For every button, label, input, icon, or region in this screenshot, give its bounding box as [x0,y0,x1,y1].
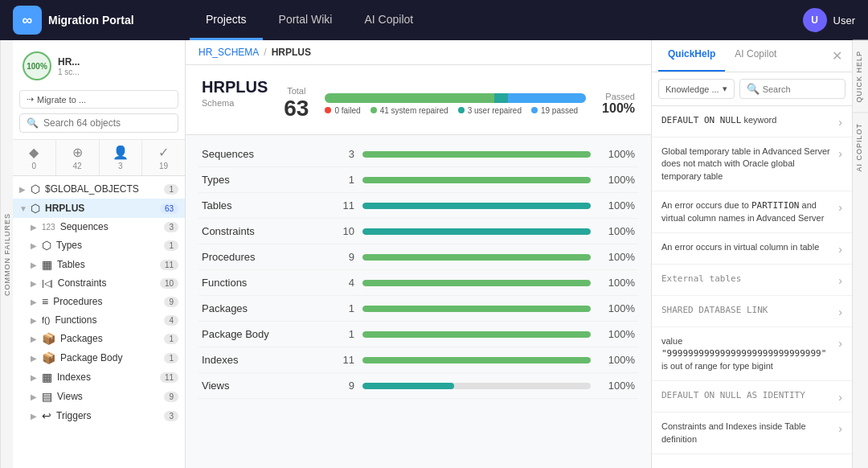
right-tab-aicopilot[interactable]: AI Copilot [725,40,786,72]
chevron-icon: ▶ [31,373,39,382]
hrplus-badge: 63 [160,203,178,214]
tree-item-packages[interactable]: ▶ 📦 Packages 1 [13,329,185,348]
breadcrumb-schema[interactable]: HR_SCHEMA [199,47,259,58]
knowledge-item[interactable]: value "99999999999999999999999999999" is… [652,327,852,381]
chevron-right-icon: › [838,201,842,214]
ai-copilot-vert-label[interactable]: AI Copilot [853,113,868,182]
quick-help-vert-label[interactable]: Quick Help [853,40,868,113]
tree-item-indexes[interactable]: ▶ ▦ Indexes 11 [13,367,185,387]
nav-tab-portal-wiki[interactable]: Portal Wiki [263,0,349,40]
knowledge-item[interactable]: DEFAULT ON NULL keyword › [652,106,852,138]
tab-icon-0: ◆ [29,145,39,160]
object-progress-fill [362,203,591,209]
tree-section: ▶ ⬡ $GLOBAL_OBJECTS 1 ▼ ⬡ HRPLUS 63 ▶ 12… [13,176,185,468]
tree-item-hrplus[interactable]: ▼ ⬡ HRPLUS 63 [13,199,185,218]
schema-header: HRPLUS Schema Total 63 [186,65,651,135]
knowledge-item[interactable]: DEFAULT ON NULL AS IDENTITY › [652,381,852,413]
tree-item-procedures[interactable]: ▶ ≡ Procedures 9 [13,292,185,311]
object-progress-fill [362,177,591,183]
triggers-badge: 3 [164,411,178,421]
object-row[interactable]: Packages 1 100% [199,296,638,322]
object-progress-fill [362,151,591,158]
object-row[interactable]: Indexes 11 100% [199,347,638,373]
schema-name: HRPLUS [202,78,268,96]
search-box: 🔍 [19,113,178,133]
chevron-icon: ▶ [31,335,39,343]
tree-item-tables[interactable]: ▶ ▦ Tables 11 [13,255,185,274]
breadcrumb: HR_SCHEMA / HRPLUS [186,40,651,65]
project-sub: 1 sc... [58,68,175,76]
object-count: 11 [330,199,354,211]
left-sidebar: 100% HR... 1 sc... ⇢ Migrate to ... 🔍 [13,40,186,468]
migrate-button[interactable]: ⇢ Migrate to ... [19,90,178,109]
nav-tab-projects[interactable]: Projects [190,0,263,40]
tree-item-triggers[interactable]: ▶ ↩ Triggers 3 [13,406,185,425]
tables-label: Tables [57,259,157,270]
common-failures-label[interactable]: COMMON FAILURES [0,40,13,468]
object-count: 10 [330,225,354,237]
object-row[interactable]: Package Body 1 100% [199,322,638,347]
legend-system-repaired-label: 41 system repaired [380,106,448,115]
knowledge-item-text: DEFAULT ON NULL keyword [661,114,833,126]
object-count: 9 [330,380,354,392]
tab-icon-3: ✓ [158,145,169,160]
tree-item-package-body[interactable]: ▶ 📦 Package Body 1 [13,348,185,367]
object-row[interactable]: Constraints 10 100% [199,219,638,244]
search-input[interactable] [43,117,171,129]
tables-badge: 11 [160,260,178,270]
sidebar-tab-2[interactable]: 👤 3 [100,140,143,175]
knowledge-item[interactable]: SHARED DATABASE LINK › [652,296,852,327]
total-label: Total [284,86,309,96]
object-row[interactable]: Views 9 100% [199,373,638,399]
object-percent: 100% [599,251,635,263]
triggers-label: Triggers [56,410,161,421]
knowledge-item[interactable]: Global temporary table in Advanced Serve… [652,138,852,191]
knowledge-item[interactable]: An error occurs in virtual column in tab… [652,233,852,265]
knowledge-search-input[interactable] [763,84,838,94]
tree-item-types[interactable]: ▶ ⬡ Types 1 [13,236,185,255]
global-objects-label: $GLOBAL_OBJECTS [45,183,161,195]
chevron-right-icon: › [838,337,842,350]
triggers-icon: ↩ [42,409,51,422]
packages-label: Packages [60,333,161,344]
object-percent: 100% [599,354,635,366]
tree-item-views[interactable]: ▶ ▤ Views 9 [13,387,185,406]
tree-item-functions[interactable]: ▶ f() Functions 4 [13,311,185,329]
right-tab-quickhelp[interactable]: QuickHelp [658,40,725,72]
object-percent: 100% [599,380,635,392]
object-name: Sequences [202,148,322,160]
knowledge-item-text: Constraints and Indexes inside Table def… [661,421,833,445]
object-row[interactable]: Types 1 100% [199,167,638,193]
close-button[interactable]: ✕ [829,40,845,72]
object-row[interactable]: Procedures 9 100% [199,244,638,270]
knowledge-filter-dropdown[interactable]: Knowledge ... ▾ [658,79,735,99]
knowledge-item[interactable]: External tables › [652,265,852,296]
knowledge-search-box: 🔍 [739,79,845,99]
chevron-right-icon: › [838,306,842,318]
procedures-icon: ≡ [42,295,48,308]
object-row[interactable]: Sequences 3 100% [199,142,638,167]
tree-item-sequences[interactable]: ▶ 123 Sequences 3 [13,218,185,236]
sidebar-tab-1[interactable]: ⊕ 42 [56,140,100,175]
tree-item-global-objects[interactable]: ▶ ⬡ $GLOBAL_OBJECTS 1 [13,179,185,199]
sidebar-tab-0[interactable]: ◆ 0 [13,140,56,175]
project-info: HR... 1 sc... [58,56,175,76]
knowledge-item[interactable]: An error occurs due to PARTITION and vir… [652,191,852,233]
object-progress-fill [362,331,591,338]
user-avatar: U [803,8,827,32]
user-menu[interactable]: U User [803,8,855,32]
knowledge-item[interactable]: Constraints and Indexes inside Table def… [652,413,852,454]
nav-tabs: Projects Portal Wiki AI Copilot [190,0,429,40]
progress-system-repaired [325,93,494,103]
object-name: Constraints [202,225,322,237]
object-count: 9 [330,251,354,263]
object-name: Types [202,174,322,186]
object-row[interactable]: Tables 11 100% [199,193,638,219]
object-progress-fill [362,306,591,312]
tree-item-constraints[interactable]: ▶ |◁| Constraints 10 [13,274,185,292]
sidebar-tab-3[interactable]: ✓ 19 [142,140,185,175]
nav-tab-ai-copilot[interactable]: AI Copilot [348,0,429,40]
indexes-icon: ▦ [42,371,52,384]
object-row[interactable]: Functions 4 100% [199,270,638,296]
package-body-label: Package Body [60,352,161,363]
